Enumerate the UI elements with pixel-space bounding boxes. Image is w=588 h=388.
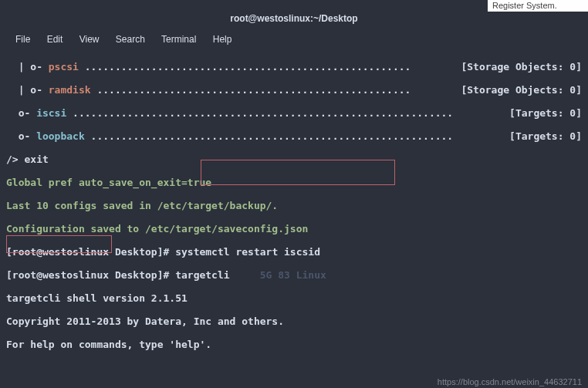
loopback-status: [Targets: 0] (509, 130, 582, 142)
terminal-content[interactable]: | o- pscsi .............................… (6, 49, 582, 374)
save-line3: Configuration saved to /etc/target/savec… (6, 223, 582, 234)
menu-search[interactable]: Search (116, 34, 145, 45)
info-line1: targetcli shell version 2.1.51 (6, 292, 582, 304)
iscsi-status: [Targets: 0] (509, 107, 582, 119)
cmd1-text: systemctl restart iscsid (175, 246, 320, 258)
tree-pscsi: pscsi (49, 61, 79, 73)
tree-ramdisk: ramdisk (49, 84, 91, 96)
exit-cmd: exit (24, 154, 48, 165)
cmd2-prompt: [root@westoslinux Desktop]# (6, 269, 175, 281)
register-system-strip: Register System. (488, 0, 588, 12)
menu-help[interactable]: Help (213, 34, 232, 45)
menu-file[interactable]: File (15, 34, 30, 45)
menu-terminal[interactable]: Terminal (161, 34, 196, 45)
register-text: Register System. (492, 1, 557, 10)
tree-iscsi: iscsi (36, 107, 66, 119)
exit-prompt: /> (6, 154, 24, 165)
save-line2: Last 10 configs saved in /etc/target/bac… (6, 200, 582, 211)
menu-view[interactable]: View (79, 34, 100, 45)
cmd2-text: targetcli (175, 269, 229, 281)
save-line1: Global pref auto_save_on_exit=true (6, 177, 582, 188)
cmd2-ghost: 5G 83 Linux (230, 269, 326, 281)
info-line3: For help on commands, type 'help'. (6, 339, 582, 350)
menu-bar: File Edit View Search Terminal Help (0, 31, 588, 48)
menu-edit[interactable]: Edit (47, 34, 63, 45)
tree-loopback: loopback (36, 130, 85, 142)
window-title-bar: root@westoslinux:~/Desktop (0, 12, 588, 25)
watermark: https://blog.csdn.net/weixin_44632711 (438, 377, 582, 386)
ramdisk-status: [Storage Objects: 0] (461, 84, 582, 96)
pscsi-status: [Storage Objects: 0] (461, 61, 582, 73)
info-line2: Copyright 2011-2013 by Datera, Inc and o… (6, 315, 582, 327)
cmd1-prompt: [root@westoslinux Desktop]# (6, 246, 175, 258)
window-title: root@westoslinux:~/Desktop (230, 13, 357, 24)
